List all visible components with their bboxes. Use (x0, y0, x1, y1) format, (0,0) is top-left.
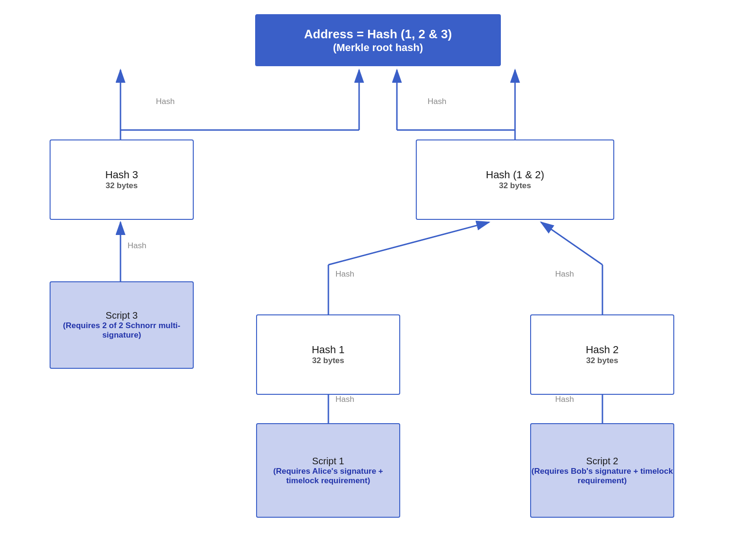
script2-subtitle: (Requires Bob's signature + timelock req… (531, 467, 673, 486)
script3-subtitle: (Requires 2 of 2 Schnorr multi-signature… (51, 321, 193, 340)
hash-label-script1-hash1: Hash (335, 395, 354, 404)
script1-title: Script 1 (312, 456, 344, 467)
hash3-node: Hash 3 32 bytes (50, 139, 194, 220)
diagram: Address = Hash (1, 2 & 3) (Merkle root h… (0, 0, 756, 539)
root-subtitle: (Merkle root hash) (333, 42, 423, 54)
root-title: Address = Hash (1, 2 & 3) (304, 27, 452, 42)
script1-subtitle: (Requires Alice's signature + timelock r… (257, 467, 399, 486)
hash1-subtitle: 32 bytes (312, 356, 344, 365)
hash-label-script2-hash2: Hash (555, 395, 574, 404)
hash2-title: Hash 2 (586, 344, 619, 356)
script3-node: Script 3 (Requires 2 of 2 Schnorr multi-… (50, 281, 194, 369)
script1-node: Script 1 (Requires Alice's signature + t… (256, 423, 400, 518)
hash1-title: Hash 1 (312, 344, 345, 356)
script2-node: Script 2 (Requires Bob's signature + tim… (530, 423, 674, 518)
script3-title: Script 3 (106, 310, 138, 321)
hash2-node: Hash 2 32 bytes (530, 314, 674, 395)
svg-line-9 (328, 222, 489, 265)
hash-label-script3-hash3: Hash (128, 241, 146, 251)
script2-title: Script 2 (586, 456, 619, 467)
hash-label-root-hash12: Hash (428, 97, 447, 106)
hash12-subtitle: 32 bytes (499, 181, 531, 191)
hash-label-hash1-hash12: Hash (335, 270, 354, 279)
hash-label-hash2-hash12: Hash (555, 270, 574, 279)
hash2-subtitle: 32 bytes (586, 356, 618, 365)
svg-line-11 (541, 222, 602, 265)
hash12-title: Hash (1 & 2) (486, 169, 544, 181)
root-node: Address = Hash (1, 2 & 3) (Merkle root h… (255, 14, 501, 66)
hash3-title: Hash 3 (105, 169, 138, 181)
hash1-node: Hash 1 32 bytes (256, 314, 400, 395)
hash3-subtitle: 32 bytes (105, 181, 137, 191)
hash-label-root-hash3: Hash (156, 97, 175, 106)
hash12-node: Hash (1 & 2) 32 bytes (416, 139, 614, 220)
